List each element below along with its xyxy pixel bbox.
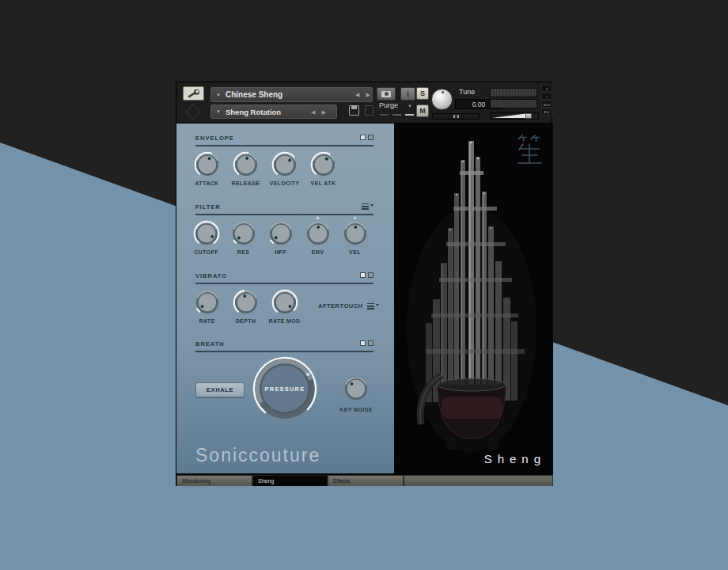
- key-noise-knob[interactable]: [343, 375, 370, 402]
- next-icon[interactable]: ▶: [321, 109, 325, 116]
- wrench-icon: [188, 89, 200, 98]
- knob-label: RELEASE: [232, 180, 260, 186]
- desktop: ▼ Chinese Sheng ◀ ▶ i ▼ Sheng Rotation ◀…: [0, 0, 728, 570]
- knob-label: ATTACK: [195, 180, 218, 186]
- knob-env: +ENV: [299, 220, 336, 255]
- knob-label: VELOCITY: [269, 180, 299, 186]
- filter-knobs: CUTOFFRESHPF+ENV+VEL: [188, 220, 373, 255]
- chevron-down-icon[interactable]: ▼: [216, 93, 221, 97]
- knob-cutoff: CUTOFF: [188, 220, 225, 255]
- exhale-button[interactable]: EXHALE: [195, 382, 245, 397]
- section-divider: [195, 214, 373, 215]
- patch-name: Sheng Rotation: [226, 108, 281, 116]
- vel-atk-knob[interactable]: [310, 151, 337, 178]
- section-title: BREATH: [195, 340, 225, 348]
- pan-slider[interactable]: [432, 113, 480, 120]
- switch-off-icon[interactable]: [368, 135, 373, 140]
- rate-mod-knob[interactable]: [271, 289, 298, 316]
- knob-attack: ATTACK: [188, 151, 226, 186]
- soniccouture-logo: Soniccouture: [195, 445, 320, 466]
- breath-section: BREATH EXHALE PRESSURE KEY NOISE: [195, 340, 373, 443]
- volume-slider[interactable]: [490, 112, 539, 120]
- env-knob[interactable]: [305, 220, 332, 247]
- chevron-down-icon[interactable]: ▼: [408, 104, 412, 108]
- save-icon[interactable]: [349, 105, 359, 116]
- switch-off-icon[interactable]: [368, 340, 373, 346]
- res-knob[interactable]: [230, 220, 257, 247]
- instrument-name-bar[interactable]: ▼ Chinese Sheng: [210, 87, 373, 102]
- vibrato-switches[interactable]: [360, 272, 373, 278]
- switch-on-icon[interactable]: [360, 340, 366, 346]
- tune-knob[interactable]: [431, 89, 453, 110]
- menu-icon: [367, 303, 374, 310]
- switch-on-icon[interactable]: [360, 135, 366, 140]
- next-icon[interactable]: ▶: [366, 92, 370, 98]
- knob-label: VEL ATK: [311, 180, 336, 186]
- filter-menu-button[interactable]: [362, 203, 373, 210]
- depth-knob[interactable]: [233, 289, 260, 316]
- pressure-knob[interactable]: PRESSURE: [252, 355, 318, 422]
- knob-label: RATE MOD: [268, 318, 300, 324]
- knob-release: RELEASE: [226, 151, 265, 186]
- knob-label: ENV: [312, 249, 324, 255]
- edit-wrench-button[interactable]: [183, 86, 204, 101]
- tab-microtuning[interactable]: Microtuning: [176, 475, 252, 486]
- level-meter-right: [490, 99, 537, 108]
- prev-icon[interactable]: ◀: [311, 109, 315, 116]
- mute-button[interactable]: M: [416, 104, 429, 117]
- camera-icon: [381, 91, 391, 97]
- section-title: ENVELOPE: [195, 135, 234, 142]
- kontakt-header: ▼ Chinese Sheng ◀ ▶ i ▼ Sheng Rotation ◀…: [176, 82, 552, 124]
- filter-section: FILTER CUTOFFRESHPF+ENV+VEL: [195, 203, 373, 255]
- memory-meters: [379, 113, 415, 116]
- rate-knob[interactable]: [194, 289, 221, 316]
- release-knob[interactable]: [233, 151, 260, 178]
- disabled-icon: [365, 105, 373, 116]
- switch-off-icon[interactable]: [368, 272, 373, 278]
- cutoff-knob[interactable]: [193, 220, 220, 247]
- attack-knob[interactable]: [194, 151, 221, 178]
- info-button[interactable]: i: [400, 87, 415, 101]
- artwork-panel: 笙 Sheng: [394, 124, 553, 473]
- knob-velocity: VELOCITY: [265, 151, 304, 186]
- switch-on-icon[interactable]: [360, 272, 366, 278]
- tab-effects[interactable]: Effects: [328, 475, 404, 486]
- tune-label: Tune: [459, 88, 475, 96]
- sheng-photo: [394, 124, 553, 473]
- aftertouch-menu-button[interactable]: [367, 303, 379, 310]
- volume-handle[interactable]: [525, 113, 532, 119]
- chevron-down-icon[interactable]: ▼: [216, 109, 221, 114]
- knob-label: CUTOFF: [194, 249, 218, 255]
- kontakt-instrument-window: ▼ Chinese Sheng ◀ ▶ i ▼ Sheng Rotation ◀…: [176, 82, 552, 486]
- section-divider: [195, 145, 373, 146]
- purge-menu[interactable]: Purge: [379, 101, 398, 109]
- snapshot-camera-button[interactable]: [377, 87, 396, 101]
- minimize-icon[interactable]: –: [541, 93, 552, 100]
- artwork-caption: Sheng: [484, 452, 546, 466]
- knob-vel-atk: VEL ATK: [304, 151, 343, 186]
- knob-res: RES: [225, 220, 262, 255]
- envelope-switches[interactable]: [360, 135, 373, 140]
- pv-button[interactable]: PV: [541, 108, 552, 116]
- level-meter-left: [490, 88, 537, 97]
- chevron-down-icon: [370, 204, 373, 207]
- controls-panel: ENVELOPE ATTACKRELEASEVELOCITYVEL ATK FI…: [176, 124, 394, 473]
- instrument-name: Chinese Sheng: [226, 90, 282, 99]
- plus-tick: +: [353, 215, 356, 221]
- tab-sheng[interactable]: Sheng: [252, 475, 328, 486]
- aftertouch-label: AFTERTOUCH: [318, 302, 363, 310]
- close-icon[interactable]: x: [541, 85, 552, 92]
- breath-switches[interactable]: [360, 340, 373, 346]
- hpf-knob[interactable]: [267, 220, 294, 247]
- solo-button[interactable]: S: [416, 87, 429, 100]
- prev-icon[interactable]: ◀: [355, 92, 359, 98]
- menu-icon: [362, 203, 369, 210]
- velocity-knob[interactable]: [271, 151, 298, 178]
- aftertouch-control: AFTERTOUCH: [318, 302, 379, 310]
- knob-rate: RATE: [188, 289, 226, 324]
- sheng-character-glyph: [515, 133, 544, 166]
- key-noise-label: KEY NOISE: [328, 407, 384, 412]
- vel-knob[interactable]: [342, 220, 369, 247]
- aux-button[interactable]: aux: [541, 101, 552, 108]
- section-divider: [195, 283, 373, 284]
